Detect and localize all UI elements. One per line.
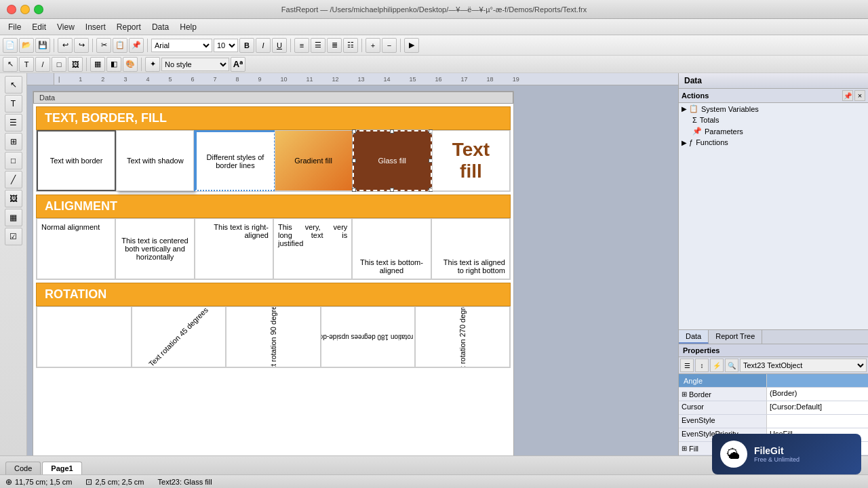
tree-item-totals[interactable]: Σ Totals: [679, 115, 868, 125]
line-tool[interactable]: /: [35, 57, 50, 72]
rect-tool[interactable]: □: [52, 57, 66, 72]
save-button[interactable]: 💾: [35, 38, 50, 53]
panel-pin-button[interactable]: 📌: [842, 90, 853, 101]
align-right-button[interactable]: ≣: [327, 38, 342, 53]
prop-cursor-value[interactable]: [Cursor:Default]: [767, 401, 868, 414]
text-with-border-box[interactable]: Text with border: [37, 130, 116, 191]
handle-ml[interactable]: [352, 159, 356, 163]
tab-code[interactable]: Code: [5, 462, 41, 474]
zoom-out-button[interactable]: −: [382, 38, 397, 53]
ruler-mark-17: 17: [461, 76, 468, 83]
italic-button[interactable]: I: [256, 38, 271, 53]
maximize-button[interactable]: [34, 5, 43, 14]
menu-view[interactable]: View: [52, 21, 80, 33]
barcode-tool[interactable]: ▦: [5, 209, 22, 226]
props-search-btn[interactable]: 🔍: [725, 359, 738, 372]
props-list-btn[interactable]: ☰: [680, 359, 694, 372]
close-button[interactable]: [7, 5, 16, 14]
band-tool[interactable]: ☰: [5, 114, 22, 131]
redo-button[interactable]: ↪: [74, 38, 89, 53]
color-button[interactable]: 🎨: [123, 57, 138, 72]
open-button[interactable]: 📂: [19, 38, 34, 53]
align-center-button[interactable]: ☰: [311, 38, 326, 53]
paste-button[interactable]: 📌: [129, 38, 144, 53]
bottom-alignment-box[interactable]: This text is bottom-aligned: [352, 218, 431, 279]
cut-button[interactable]: ✂: [96, 38, 111, 53]
props-events-btn[interactable]: ⚡: [710, 359, 724, 372]
menu-report[interactable]: Report: [111, 21, 146, 33]
tab-report-tree[interactable]: Report Tree: [709, 330, 762, 344]
tab-page1[interactable]: Page1: [42, 462, 81, 474]
panel-close-button[interactable]: ×: [854, 90, 865, 101]
menu-insert[interactable]: Insert: [80, 21, 111, 33]
pointer-tool[interactable]: ↖: [5, 76, 22, 94]
checkbox-tool[interactable]: ☑: [5, 228, 22, 245]
subreport-tool[interactable]: ⊞: [5, 133, 22, 150]
object-type-select[interactable]: Text23 TextObject: [740, 359, 867, 372]
right-align-label: This text is right-aligned: [199, 223, 269, 239]
diff-border-box[interactable]: Different styles of border lines: [194, 130, 274, 191]
rotation-270-box[interactable]: text rotation 270 degrees: [415, 306, 510, 367]
align-justify-button[interactable]: ☷: [343, 38, 358, 53]
rotation-180-box[interactable]: text rotation 180 degrees upside-down: [321, 306, 416, 367]
prop-border-row[interactable]: ⊞ Border (Border): [679, 388, 868, 401]
rotation-45-box[interactable]: Text rotation 45 degrees: [132, 306, 226, 367]
handle-tl[interactable]: [352, 129, 356, 134]
fill-button[interactable]: ◧: [106, 57, 121, 72]
shape-tool[interactable]: □: [5, 152, 22, 169]
rotation-90-box[interactable]: text rotation 90 degrees: [226, 306, 321, 367]
select-tool[interactable]: ↖: [3, 57, 18, 72]
tab-data[interactable]: Data: [679, 330, 709, 344]
text-tool[interactable]: T: [19, 57, 34, 72]
menu-data[interactable]: Data: [146, 21, 174, 33]
tree-item-functions[interactable]: ▶ ƒ Functions: [679, 137, 868, 148]
undo-button[interactable]: ↩: [58, 38, 73, 53]
right-alignment-box[interactable]: This text is right-aligned: [195, 218, 273, 279]
text-with-shadow-box[interactable]: Text with shadow: [116, 130, 194, 191]
minimize-button[interactable]: [20, 5, 30, 14]
handle-bm[interactable]: [390, 188, 394, 192]
zoom-in-button[interactable]: +: [366, 38, 380, 53]
new-button[interactable]: 📄: [3, 38, 18, 53]
font-size-select[interactable]: 10: [214, 39, 238, 52]
style-button[interactable]: ✦: [145, 57, 160, 72]
bottom-right-alignment-box[interactable]: This text is aligned to right bottom: [431, 218, 510, 279]
menu-help[interactable]: Help: [174, 21, 202, 33]
prop-angle-value[interactable]: [767, 374, 868, 387]
tree-item-parameters[interactable]: 📌 Parameters: [679, 125, 868, 137]
totals-icon: Σ: [692, 116, 697, 124]
text-fill-box[interactable]: Textfill: [432, 130, 510, 191]
prop-evenstyle-row[interactable]: EvenStyle: [679, 415, 868, 428]
menu-edit[interactable]: Edit: [26, 21, 52, 33]
window-controls[interactable]: [7, 5, 43, 14]
handle-tm[interactable]: [390, 129, 394, 134]
font-select[interactable]: Arial: [151, 39, 212, 52]
preview-button[interactable]: ▶: [404, 38, 419, 53]
glass-fill-box[interactable]: Glass fill: [353, 130, 432, 191]
copy-button[interactable]: 📋: [113, 38, 127, 53]
text-tool-left[interactable]: T: [5, 95, 22, 113]
props-sort-btn[interactable]: ↕: [695, 359, 709, 372]
image-tool[interactable]: 🖼: [68, 57, 83, 72]
prop-border-value[interactable]: (Border): [767, 388, 868, 401]
align-left-button[interactable]: ≡: [294, 38, 309, 53]
prop-evenstyle-value[interactable]: [767, 415, 868, 428]
style-select[interactable]: No style: [161, 58, 229, 71]
center-alignment-box[interactable]: This text is centered both vertically an…: [115, 218, 194, 279]
image-tool-left[interactable]: 🖼: [5, 190, 22, 207]
normal-alignment-box[interactable]: Normal alignment: [37, 218, 115, 279]
gradient-fill-box[interactable]: Gradient fill: [275, 130, 353, 191]
underline-button[interactable]: U: [272, 38, 287, 53]
line-tool-left[interactable]: ╱: [5, 171, 22, 188]
prop-angle-row[interactable]: Angle: [679, 374, 868, 388]
tree-item-system-vars[interactable]: ▶ 📋 System Variables: [679, 103, 868, 115]
aa-button[interactable]: Aᵃ: [231, 57, 245, 72]
justify-alignment-box[interactable]: This very, very long text is justified: [273, 218, 352, 279]
rotation-empty-box[interactable]: [37, 306, 132, 367]
menu-file[interactable]: File: [3, 21, 26, 33]
handle-bl[interactable]: [352, 188, 356, 192]
bold-button[interactable]: B: [239, 38, 254, 53]
prop-cursor-row[interactable]: Cursor [Cursor:Default]: [679, 401, 868, 415]
border-button[interactable]: ▦: [90, 57, 105, 72]
ruler-mark-8: 8: [235, 76, 239, 83]
